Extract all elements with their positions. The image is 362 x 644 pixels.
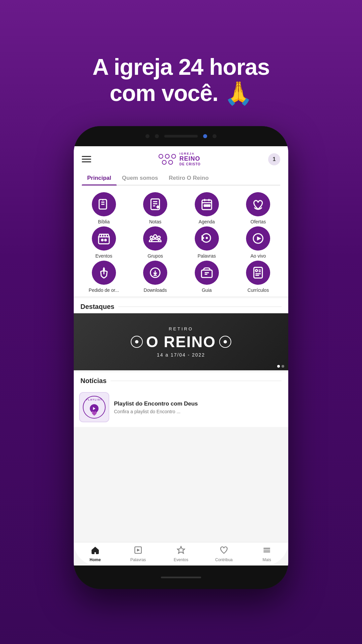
icon-label-notas: Notas [149,219,162,224]
tab-quem-somos[interactable]: Quem somos [117,171,164,185]
icon-label-downloads: Downloads [144,287,167,293]
camera-dot-1 [145,134,149,138]
icon-label-palavras: Palavras [198,253,216,259]
icon-label-biblia: Bíblia [98,219,110,224]
noticias-section: Notícias PLAYLIST 💜 Playlist do Enc [74,372,288,427]
icon-label-guia: Guia [202,287,212,293]
hamburger-menu[interactable] [82,156,91,162]
icon-label-agenda: Agenda [199,219,215,224]
speaker-bar [164,135,198,138]
nav-item-mais[interactable]: Mais [255,546,279,562]
icon-item-agenda[interactable]: Agenda [182,192,232,224]
news-desc-1: Confira a playlist do Encontro ... [114,409,283,414]
news-card-1[interactable]: PLAYLIST 💜 Playlist do Encontro com Deus… [74,387,288,427]
svg-marker-23 [257,236,261,241]
banner-date: 14 a 17/04 - 2022 [131,352,231,358]
nav-label-home: Home [89,557,101,562]
header-top: IGREJA REINO DE CRISTO 1 [82,152,280,166]
icon-circle-curriculos [246,261,270,285]
svg-rect-12 [204,205,206,207]
icon-label-grupos: Grupos [147,253,163,259]
hero-section: A igreja 24 horas com você. 🙏 [93,27,270,106]
svg-point-20 [158,236,160,239]
banner-dot-1 [277,365,280,368]
logo-circle-5 [168,160,173,165]
news-content-1: Playlist do Encontro com Deus Confira a … [114,400,283,414]
icon-circle-pedido-or [92,261,116,285]
svg-marker-40 [177,547,185,554]
nav-label-mais: Mais [262,557,271,562]
tab-retiro[interactable]: Retiro O Reino [164,171,214,185]
svg-point-16 [102,239,103,241]
icon-item-pedido-or[interactable]: Pedido de or... [79,261,129,293]
icon-label-ofertas: Ofertas [250,219,266,224]
logo-area: IGREJA REINO DE CRISTO [159,152,200,166]
app-header: IGREJA REINO DE CRISTO 1 Principal Quem … [74,146,288,185]
palavras-nav-icon [134,546,142,556]
camera-dot-4 [213,134,217,138]
phone-screen: IGREJA REINO DE CRISTO 1 Principal Quem … [74,146,288,566]
destaques-header: Destaques [74,298,288,313]
camera-dot-3 [203,134,207,138]
banner-dot-2 [282,365,284,368]
icon-circle-downloads [143,261,167,285]
tab-principal[interactable]: Principal [82,171,117,185]
banner-circle-right [219,336,231,348]
icon-item-eventos[interactable]: Eventos [79,226,129,259]
icon-circle-eventos [92,226,116,251]
logo-circle-4 [162,160,167,165]
icon-item-ofertas[interactable]: Ofertas [234,192,283,224]
icon-circle-ao-vivo [246,226,270,251]
icon-circle-grupos [143,226,167,251]
contribua-nav-icon [220,546,228,556]
icon-item-downloads[interactable]: Downloads [131,261,180,293]
home-icon [91,546,100,556]
nav-item-contribua[interactable]: Contribua [212,546,236,562]
hero-text: A igreja 24 horas com você. 🙏 [93,54,270,106]
svg-point-32 [255,270,257,272]
svg-point-17 [105,239,106,241]
banner-content: RETIRO O REINO 14 a 17/04 - 2022 [131,326,231,358]
phone-bottom-bar [74,566,288,589]
icon-item-ao-vivo[interactable]: Ao vivo [234,226,283,259]
svg-point-18 [154,235,157,238]
icon-item-curriculos[interactable]: Currículos [234,261,283,293]
nav-item-home[interactable]: Home [83,546,107,562]
noticias-header: Notícias [74,372,288,387]
heart-icon: 💜 [92,411,97,416]
nav-item-palavras[interactable]: Palavras [126,546,150,562]
icon-circle-notas [143,192,167,216]
banner-circle-left [131,336,143,348]
icon-grid: Bíblia Notas Agenda [74,185,288,296]
nav-label-contribua: Contribua [215,557,233,562]
svg-marker-39 [137,549,140,552]
icon-circle-guia [195,261,219,285]
icon-item-grupos[interactable]: Grupos [131,226,180,259]
logo-circle-3 [171,154,176,159]
logo-circle-1 [159,154,163,159]
icon-label-pedido-or: Pedido de or... [89,287,119,293]
icon-circle-ofertas [246,192,270,216]
icon-item-biblia[interactable]: Bíblia [79,192,129,224]
eventos-nav-icon [177,546,185,556]
icon-label-curriculos: Currículos [247,287,269,293]
icon-label-eventos: Eventos [95,253,112,259]
banner-area[interactable]: RETIRO O REINO 14 a 17/04 - 2022 [74,313,288,370]
icon-circle-biblia [92,192,116,216]
news-thumb-1: PLAYLIST 💜 [79,392,109,422]
phone-mockup: IGREJA REINO DE CRISTO 1 Principal Quem … [74,126,288,589]
icon-item-guia[interactable]: Guia [182,261,232,293]
svg-marker-37 [93,407,96,410]
home-indicator [161,577,201,578]
nav-label-palavras: Palavras [130,557,146,562]
nav-item-eventos[interactable]: Eventos [169,546,193,562]
nav-label-eventos: Eventos [174,557,188,562]
tabs-bar: Principal Quem somos Retiro O Reino [82,171,280,185]
mais-nav-icon [262,546,271,556]
svg-rect-14 [208,205,210,207]
logo-circles [159,154,176,165]
icon-item-notas[interactable]: Notas [131,192,180,224]
svg-rect-13 [206,205,208,207]
icon-item-palavras[interactable]: Palavras [182,226,232,259]
notification-badge[interactable]: 1 [268,153,280,165]
